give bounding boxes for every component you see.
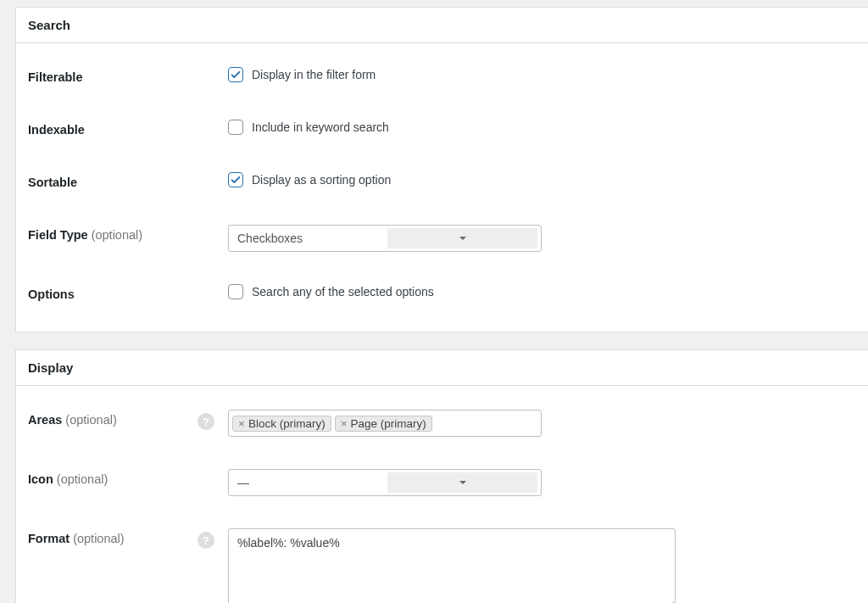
filterable-label: Filterable <box>28 67 198 87</box>
chevron-down-icon <box>387 472 537 493</box>
field-type-label: Field Type (optional) <box>28 225 198 245</box>
options-checkbox-label[interactable]: Search any of the selected options <box>252 285 434 299</box>
options-checkbox[interactable] <box>228 284 243 299</box>
areas-label: Areas (optional) <box>28 410 198 430</box>
display-panel-body: Areas (optional) ? × Block (primary) × P… <box>16 386 868 603</box>
area-tag: × Page (primary) <box>335 416 432 432</box>
icon-row: Icon (optional) — <box>28 469 856 496</box>
remove-tag-icon[interactable]: × <box>341 417 348 430</box>
search-panel-header: Search <box>16 8 868 43</box>
icon-selected-value: — <box>237 476 387 489</box>
help-icon[interactable]: ? <box>198 532 214 549</box>
indexable-row: Indexable Include in keyword search <box>28 120 856 140</box>
icon-select[interactable]: — <box>228 469 542 496</box>
field-type-row: Field Type (optional) Checkboxes <box>28 225 856 252</box>
options-label: Options <box>28 284 198 304</box>
search-panel: Search Filterable Display in the filter … <box>15 7 868 332</box>
icon-label: Icon (optional) <box>28 469 198 489</box>
search-panel-title: Search <box>28 18 856 32</box>
indexable-checkbox[interactable] <box>228 120 243 135</box>
areas-row: Areas (optional) ? × Block (primary) × P… <box>28 410 856 437</box>
filterable-row: Filterable Display in the filter form <box>28 67 856 87</box>
areas-tag-input[interactable]: × Block (primary) × Page (primary) <box>228 410 542 437</box>
indexable-label: Indexable <box>28 120 198 140</box>
field-type-selected-value: Checkboxes <box>237 232 387 245</box>
help-icon[interactable]: ? <box>198 413 214 430</box>
format-label: Format (optional) <box>28 528 198 549</box>
filterable-checkbox[interactable] <box>228 67 243 82</box>
chevron-down-icon <box>387 228 537 248</box>
indexable-checkbox-label[interactable]: Include in keyword search <box>252 120 389 134</box>
display-panel: Display Areas (optional) ? × Block (prim… <box>15 349 868 603</box>
area-tag: × Block (primary) <box>232 416 331 432</box>
display-panel-title: Display <box>28 360 856 375</box>
sortable-row: Sortable Display as a sorting option <box>28 172 856 193</box>
options-row: Options Search any of the selected optio… <box>28 284 856 304</box>
format-textarea[interactable] <box>228 528 676 603</box>
sortable-checkbox-label[interactable]: Display as a sorting option <box>252 173 391 187</box>
sortable-label: Sortable <box>28 172 198 193</box>
display-panel-header: Display <box>16 350 868 386</box>
remove-tag-icon[interactable]: × <box>238 417 245 430</box>
sortable-checkbox[interactable] <box>228 172 243 187</box>
format-row: Format (optional) ? <box>28 528 856 603</box>
filterable-checkbox-label[interactable]: Display in the filter form <box>252 68 376 81</box>
search-panel-body: Filterable Display in the filter form In… <box>16 43 868 332</box>
field-type-select[interactable]: Checkboxes <box>228 225 542 252</box>
